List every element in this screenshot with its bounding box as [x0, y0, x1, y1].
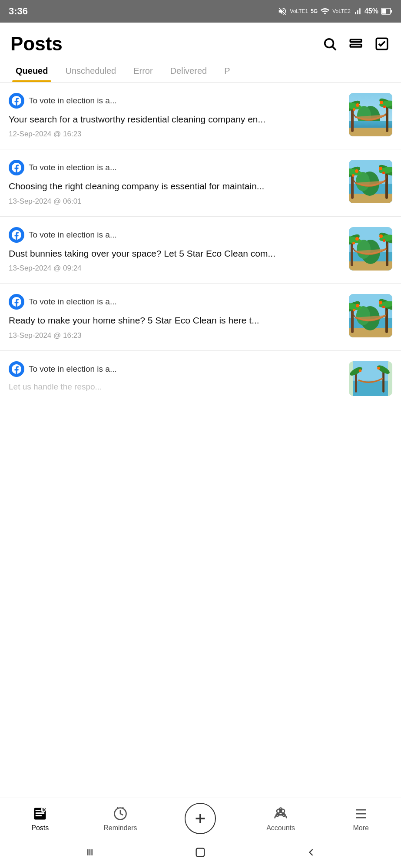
post-account-name: To vote in election is a... [29, 163, 117, 172]
svg-point-74 [353, 309, 355, 311]
post-text: Ready to make your home shine? 5 Star Ec… [9, 314, 342, 327]
post-item[interactable]: To vote in election is a... Dust bunnies… [0, 217, 401, 284]
page-header: Posts [0, 23, 401, 58]
post-account: To vote in election is a... [9, 294, 342, 310]
svg-point-55 [355, 237, 359, 241]
post-item[interactable]: To vote in election is a... Your search … [0, 83, 401, 149]
post-image [349, 93, 392, 136]
fb-logo [12, 163, 21, 172]
android-nav-bar [0, 837, 401, 868]
post-account: To vote in election is a... [9, 160, 342, 175]
facebook-icon [9, 361, 24, 377]
tab-unscheduled[interactable]: Unscheduled [56, 58, 125, 82]
status-icons: VoLTE1 5G VoLTE2 45% [278, 7, 392, 16]
svg-point-82 [359, 369, 361, 372]
svg-point-83 [377, 366, 380, 369]
mute-icon [278, 7, 287, 16]
fb-logo [12, 96, 21, 106]
tab-queued[interactable]: Queued [7, 58, 56, 82]
tab-p[interactable]: P [215, 58, 239, 82]
post-account: To vote in election is a... [9, 227, 342, 243]
svg-point-3 [325, 39, 334, 48]
post-content: To vote in election is a... Dust bunnies… [9, 227, 342, 273]
svg-point-57 [352, 242, 355, 244]
post-thumbnail [349, 294, 392, 337]
post-thumbnail [349, 93, 392, 136]
facebook-icon [9, 160, 24, 175]
add-button[interactable] [185, 803, 216, 834]
lte-label: VoLTE1 [290, 8, 308, 14]
signal2-icon [353, 7, 362, 16]
nav-more[interactable]: More [339, 805, 383, 832]
post-account-name: To vote in election is a... [29, 96, 117, 106]
svg-point-73 [379, 301, 382, 304]
svg-point-56 [379, 234, 383, 238]
post-text: Let us handle the respo... [9, 381, 342, 393]
post-account: To vote in election is a... [9, 361, 342, 377]
svg-point-23 [353, 108, 355, 111]
svg-line-4 [332, 46, 336, 50]
post-content: To vote in election is a... Your search … [9, 93, 342, 139]
android-recents-button[interactable] [84, 846, 96, 858]
svg-text:P: P [42, 808, 44, 812]
nav-add[interactable] [179, 803, 222, 834]
post-item[interactable]: To vote in election is a... Let us handl… [0, 351, 401, 399]
post-thumbnail [349, 160, 392, 203]
posts-icon: P [31, 805, 49, 822]
fb-logo [12, 230, 21, 240]
battery-icon [381, 7, 392, 15]
check-button[interactable] [373, 35, 391, 53]
nav-more-label: More [353, 824, 368, 832]
home-icon [194, 846, 206, 858]
reminders-icon [112, 805, 129, 822]
lte2-label: VoLTE2 [332, 8, 351, 14]
list-view-button[interactable] [347, 35, 365, 53]
svg-rect-5 [350, 40, 361, 42]
post-thumbnail [349, 227, 392, 271]
tab-error[interactable]: Error [125, 58, 161, 82]
post-list: To vote in election is a... Your search … [0, 83, 401, 399]
bottom-nav: P Posts Reminders [0, 798, 401, 837]
android-back-button[interactable] [305, 846, 317, 858]
svg-rect-6 [350, 44, 361, 47]
svg-rect-111 [196, 848, 205, 857]
post-date: 13-Sep-2024 @ 06:01 [9, 197, 342, 206]
post-image [349, 160, 392, 203]
post-item[interactable]: To vote in election is a... Ready to mak… [0, 284, 401, 350]
back-icon [305, 846, 317, 858]
page-title: Posts [10, 33, 63, 55]
list-icon [348, 36, 363, 51]
5g-badge: 5G [311, 8, 318, 14]
svg-point-40 [352, 174, 355, 177]
post-image [349, 294, 392, 337]
nav-reminders[interactable]: Reminders [99, 805, 142, 832]
search-button[interactable] [321, 35, 338, 53]
nav-reminders-label: Reminders [103, 824, 137, 832]
post-text: Choosing the right cleaning company is e… [9, 180, 342, 192]
android-home-button[interactable] [194, 846, 206, 858]
fb-logo [12, 297, 21, 307]
battery-percent: 45% [365, 7, 378, 15]
post-content: To vote in election is a... Ready to mak… [9, 294, 342, 340]
nav-accounts-label: Accounts [266, 824, 295, 832]
post-image [349, 361, 392, 396]
tab-bar: Queued Unscheduled Error Delivered P [0, 58, 401, 83]
nav-posts[interactable]: P Posts [18, 805, 62, 832]
post-account-name: To vote in election is a... [29, 364, 117, 374]
svg-rect-86 [36, 812, 45, 814]
accounts-icon [272, 805, 289, 822]
accounts-nav-icon [273, 806, 288, 822]
svg-point-21 [356, 103, 359, 107]
reminders-nav-icon [113, 806, 128, 822]
nav-accounts[interactable]: Accounts [259, 805, 302, 832]
tab-delivered[interactable]: Delivered [162, 58, 215, 82]
post-content: To vote in election is a... Choosing the… [9, 160, 342, 205]
status-time: 3:36 [9, 6, 28, 17]
check-icon [374, 36, 389, 51]
svg-rect-85 [36, 810, 41, 811]
post-item[interactable]: To vote in election is a... Choosing the… [0, 149, 401, 216]
svg-point-22 [380, 101, 383, 104]
facebook-icon [9, 93, 24, 109]
post-text: Dust bunnies taking over your space? Let… [9, 247, 342, 260]
signal-icon [320, 7, 330, 16]
